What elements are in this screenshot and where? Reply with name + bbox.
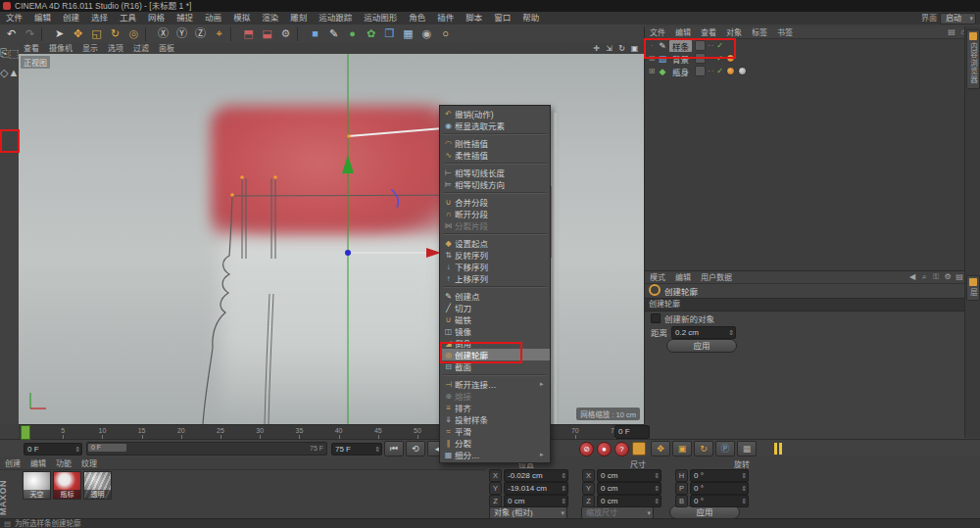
view-pan-icon[interactable]: ✛ <box>590 43 603 54</box>
layer-tag[interactable] <box>695 53 706 64</box>
enabled-check-icon[interactable]: ✓ <box>716 67 723 75</box>
menu-脚本[interactable]: 脚本 <box>460 12 488 24</box>
menu-网格[interactable]: 网格 <box>142 12 171 24</box>
y-axis-lock-icon[interactable]: Ⓨ <box>172 25 191 42</box>
om-menu-查看[interactable]: 查看 <box>696 27 721 39</box>
attr-settings-icon[interactable]: ⚙ <box>942 271 954 283</box>
subdivision-surface-icon[interactable]: ● <box>343 25 362 42</box>
stepper-icon[interactable]: ⇕ <box>561 496 566 506</box>
view-toggle-icon[interactable]: ▣ <box>628 43 641 54</box>
mat-menu-纹理[interactable]: 纹理 <box>76 458 102 470</box>
instance-icon[interactable]: ❒ <box>380 25 399 42</box>
menu-工具[interactable]: 工具 <box>114 12 142 24</box>
light-icon[interactable]: ○ <box>436 25 455 42</box>
distance-field[interactable]: 0.2 cm⇕ <box>671 326 736 339</box>
context-menu-item-相等切线方向[interactable]: ⊨相等切线方向 <box>440 178 550 190</box>
menu-创建[interactable]: 创建 <box>57 12 85 24</box>
polygons-mode-icon[interactable]: ▲ <box>8 67 19 78</box>
enabled-check-icon[interactable]: ✓ <box>716 54 723 63</box>
material-瓶标[interactable]: 瓶标 <box>53 471 81 500</box>
context-menu-item-磁铁[interactable]: ∪磁铁 <box>440 313 550 325</box>
context-menu-item-切刀[interactable]: ╱切刀 <box>440 302 550 313</box>
mat-menu-创建[interactable]: 创建 <box>0 458 25 470</box>
apply-button[interactable]: 应用 <box>666 339 737 353</box>
field-position-z[interactable]: 0 cm⇕ <box>504 495 568 507</box>
rotate-tool-icon[interactable]: ↻ <box>106 25 124 42</box>
expand-toggle[interactable]: ⊞ <box>647 54 657 63</box>
context-menu-item-上移序列[interactable]: ↑上移序列 <box>440 272 550 284</box>
menu-编辑[interactable]: 编辑 <box>28 12 57 24</box>
add-cube-icon[interactable]: ■ <box>306 25 324 42</box>
record-key-icon[interactable] <box>632 442 646 456</box>
camera-icon[interactable]: ◉ <box>417 25 436 42</box>
menu-动画[interactable]: 动画 <box>199 12 227 24</box>
menu-帮助[interactable]: 帮助 <box>516 12 545 24</box>
end-frame-field[interactable]: 75 F⇕ <box>331 443 382 456</box>
om-menu-文件[interactable]: 文件 <box>645 27 670 39</box>
goto-start-button[interactable]: ⏮ <box>384 441 404 456</box>
om-menu-对象[interactable]: 对象 <box>721 27 747 39</box>
axis-origin-point[interactable] <box>345 250 351 256</box>
attr-menu-用户数据[interactable]: 用户数据 <box>696 272 737 284</box>
menu-模拟[interactable]: 模拟 <box>227 12 256 24</box>
stepper-icon[interactable]: ⇕ <box>741 483 747 494</box>
pla-bars-icon[interactable] <box>774 443 783 455</box>
key-position-toggle[interactable]: ✥ <box>651 441 670 456</box>
field-size-z[interactable]: 0 cm⇕ <box>597 495 662 507</box>
key-scale-toggle[interactable]: ▣ <box>672 441 692 456</box>
stepper-icon[interactable]: ⇕ <box>741 470 747 481</box>
viewport-menu-查看[interactable]: 查看 <box>19 43 44 54</box>
context-menu-item-投射样条[interactable]: ⇓投射样条 <box>440 413 550 425</box>
render-settings-icon[interactable]: ⚙ <box>276 25 295 42</box>
object-row-样条[interactable]: ·✎样条··✓ <box>645 39 965 52</box>
dock-tab-内容浏览器[interactable]: 内容浏览器 <box>966 29 980 89</box>
context-menu-item-断开分段[interactable]: ∩断开分段 <box>440 208 550 219</box>
context-menu-item-下移序列[interactable]: ↓下移序列 <box>440 261 550 272</box>
context-menu-item-倒角[interactable]: ◢倒角 <box>440 337 550 349</box>
floor-icon[interactable]: ▦ <box>399 25 417 42</box>
undo-icon[interactable]: ↶ <box>2 25 21 42</box>
viewport-menu-面板[interactable]: 面板 <box>154 43 179 54</box>
dock-tab-层[interactable]: 层 <box>966 275 980 302</box>
menu-窗口[interactable]: 窗口 <box>488 12 516 24</box>
field-position-y[interactable]: -19.014 cm⇕ <box>504 482 568 495</box>
stepper-icon[interactable]: ⇕ <box>741 496 747 506</box>
mat-menu-编辑[interactable]: 编辑 <box>25 458 51 470</box>
field-rotation-p[interactable]: 0 °⇕ <box>690 482 749 495</box>
menu-捕捉[interactable]: 捕捉 <box>171 12 199 24</box>
coord-system-icon[interactable]: ⌖ <box>210 25 228 42</box>
attr-lock-icon[interactable]: ⚿ <box>930 271 942 283</box>
stepper-icon[interactable]: ⇕ <box>654 496 660 506</box>
context-menu-item-断开连接…[interactable]: ⊣断开连接…▸ <box>440 378 550 390</box>
playhead[interactable] <box>21 425 30 440</box>
om-menu-编辑[interactable]: 编辑 <box>670 27 696 39</box>
context-menu-item-创建点[interactable]: ✎创建点 <box>440 290 550 302</box>
redo-icon[interactable]: ↷ <box>21 25 39 42</box>
context-menu-item-刚性插值[interactable]: ◠刚性插值 <box>440 137 550 149</box>
record-keyframe-button[interactable]: ⊘ <box>579 442 594 456</box>
context-menu-item-框显选取元素[interactable]: ◉框显选取元素 <box>440 120 550 131</box>
key-pla-toggle[interactable]: ▦ <box>737 441 757 456</box>
menu-角色[interactable]: 角色 <box>403 12 431 24</box>
context-menu-item-创建轮廓[interactable]: ◎创建轮廓 <box>440 349 550 360</box>
object-row-瓶身[interactable]: ⊞◆瓶身··✓ <box>645 65 965 77</box>
menu-文件[interactable]: 文件 <box>0 12 28 24</box>
attr-back-icon[interactable]: ◀ <box>906 271 918 283</box>
view-zoom-icon[interactable]: ⇲ <box>603 43 615 54</box>
context-menu-item-分裂[interactable]: ∥分裂 <box>440 437 550 449</box>
menu-运动跟踪[interactable]: 运动跟踪 <box>313 12 358 24</box>
key-rotation-toggle[interactable]: ↻ <box>694 441 713 456</box>
spline-pen-icon[interactable]: ✎ <box>324 25 343 42</box>
model-mode-icon[interactable]: ⬚ <box>9 47 19 59</box>
context-menu-item-截面[interactable]: ⊟截面 <box>440 360 550 372</box>
menu-选择[interactable]: 选择 <box>85 12 114 24</box>
make-editable-icon[interactable]: ⎘ <box>0 47 9 59</box>
context-menu-item-排齐[interactable]: ≡排齐 <box>440 402 550 413</box>
context-menu-item-细分…[interactable]: ▦细分…▸ <box>440 449 550 460</box>
create-new-object-checkbox[interactable] <box>651 313 661 323</box>
texture-tag[interactable] <box>738 67 747 75</box>
render-view-icon[interactable]: ⬒ <box>239 25 258 42</box>
context-menu-item-反转序列[interactable]: ⇅反转序列 <box>440 249 550 261</box>
timeline-range-slider[interactable]: 0 F 75 F <box>86 442 327 456</box>
stepper-icon[interactable]: ⇕ <box>561 483 566 494</box>
